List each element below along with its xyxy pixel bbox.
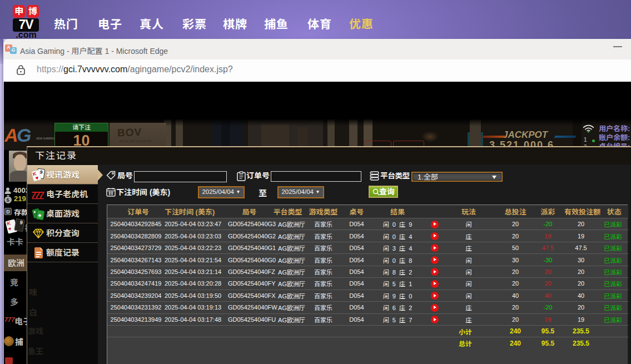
svg-text:$: $	[7, 197, 9, 203]
